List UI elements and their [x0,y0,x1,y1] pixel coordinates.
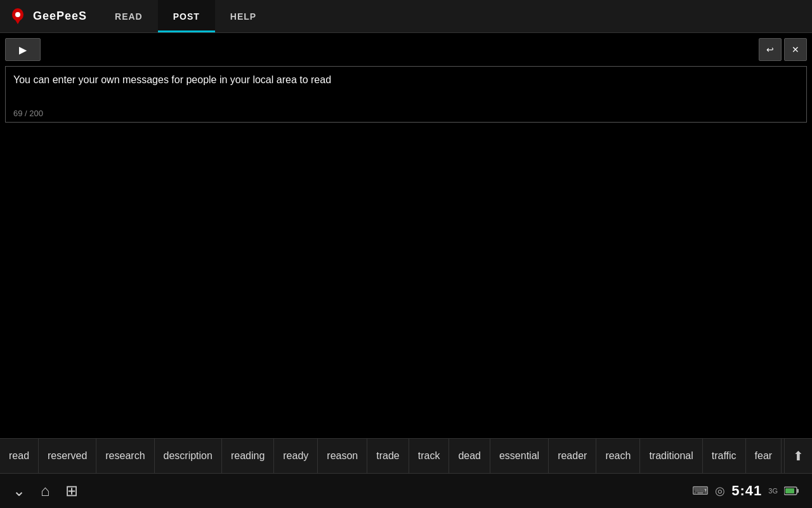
status-right: ⌨ ◎ 5:41 3G [692,483,799,499]
message-area: 69 / 200 [5,66,807,123]
main-content: ▶ ↩ ✕ 69 / 200 [0,33,812,438]
suggestion-word[interactable]: fear [746,439,782,473]
toolbar-row: ▶ ↩ ✕ [5,38,807,61]
suggestion-word[interactable]: trade [367,439,409,473]
top-navbar: GeePeeS READ POST HELP [0,0,812,33]
back-button[interactable]: ⌄ [13,482,25,500]
home-button[interactable]: ⌂ [41,482,50,500]
suggestions-bar: readreservedresearchdescriptionreadingre… [0,438,812,473]
apps-button[interactable]: ⊞ [65,482,78,500]
suggestion-word[interactable]: description [155,439,222,473]
suggestion-word[interactable]: reach [596,439,640,473]
nav-left: ⌄ ⌂ ⊞ [13,482,78,500]
svg-rect-4 [797,489,799,493]
suggestion-word[interactable]: research [96,439,154,473]
suggestion-word[interactable]: reader [549,439,596,473]
suggestion-word[interactable]: reading [222,439,274,473]
logo-area: GeePeeS [0,6,95,27]
app-title: GeePeeS [33,10,87,23]
battery-icon [784,486,799,495]
suggestion-word[interactable]: track [409,439,450,473]
suggestion-word[interactable]: reason [318,439,367,473]
suggestion-word[interactable]: ready [274,439,318,473]
clear-button[interactable]: ✕ [784,38,807,61]
suggestion-word[interactable]: dead [449,439,490,473]
suggestion-word[interactable]: read [0,439,39,473]
tab-post[interactable]: POST [158,0,215,32]
keyboard-icon[interactable]: ⌨ [692,484,709,498]
app-logo-icon [8,6,28,27]
message-input[interactable] [6,67,806,105]
suggestion-word[interactable]: traditional [640,439,702,473]
tab-help[interactable]: HELP [215,0,272,32]
suggestion-word[interactable]: reserved [39,439,96,473]
undo-button[interactable]: ↩ [759,38,782,61]
nav-tabs: READ POST HELP [100,0,272,32]
bottom-bar: ⌄ ⌂ ⊞ ⌨ ◎ 5:41 3G [0,473,812,508]
suggestion-word[interactable]: traffic [703,439,746,473]
tab-read[interactable]: READ [100,0,158,32]
clock-display: 5:41 [731,483,762,499]
suggestion-word[interactable]: essential [490,439,549,473]
suggestions-list: readreservedresearchdescriptionreadingre… [0,439,782,473]
svg-marker-1 [14,18,22,24]
signal-label: 3G [768,487,778,495]
action-buttons: ↩ ✕ [759,38,807,61]
upload-button[interactable]: ⬆ [784,438,812,473]
play-button[interactable]: ▶ [5,38,41,61]
location-icon: ◎ [715,484,725,498]
svg-point-2 [15,12,20,17]
svg-rect-5 [785,488,794,493]
char-count: 69 / 200 [6,107,806,122]
